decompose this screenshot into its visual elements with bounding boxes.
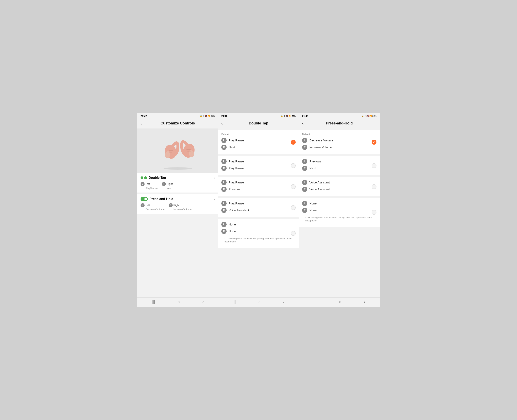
back-button-3[interactable]: ‹ [302, 121, 308, 126]
double-tap-lr-row: L Left Play/Pause R Right Next [140, 182, 215, 190]
option-row-dt-2-l: L Play/Pause [221, 159, 296, 164]
svg-rect-7 [187, 151, 191, 151]
svg-rect-6 [186, 149, 191, 150]
badge-ph-4-r: R [302, 208, 307, 213]
status-time-1: 21:42 [140, 115, 147, 118]
option-card-dt-2[interactable]: L Play/Pause R Play/Pause [218, 156, 299, 175]
radio-dt-2[interactable] [291, 163, 296, 168]
screen3-title: Press-and-Hold [308, 121, 370, 126]
double-tap-left: Double Tap [140, 176, 166, 180]
right-label-dt: Right [167, 182, 173, 186]
status-time-2: 21:42 [221, 115, 228, 118]
radio-dt-4[interactable] [291, 205, 296, 210]
radio-ph-3[interactable] [372, 184, 377, 189]
nav-menu-3[interactable]: ||| [313, 300, 317, 304]
nav-home-1[interactable]: ○ [177, 300, 180, 304]
option-row-dt-2-r: R Play/Pause [221, 166, 296, 171]
badge-ph-1-r: R [302, 145, 307, 150]
radio-dt-3[interactable] [291, 184, 296, 189]
chevron-press-hold: › [214, 197, 215, 201]
press-hold-left: Press-and-Hold [140, 197, 173, 201]
badge-ph-3-l: L [302, 180, 307, 185]
option-row-dt-5-l: L None [221, 222, 296, 227]
left-circle-ph: L [140, 203, 145, 207]
back-button-2[interactable]: ‹ [221, 121, 227, 126]
earbuds-svg [155, 130, 200, 171]
screen2-title: Double Tap [227, 121, 290, 126]
nav-back-2[interactable]: ‹ [283, 300, 285, 304]
screen1-header: ‹ Customize Controls [137, 119, 218, 128]
svg-rect-3 [169, 152, 172, 152]
option-card-dt-1[interactable]: Default L Play/Pause R Next ✓ [218, 130, 299, 154]
nav-back-3[interactable]: ‹ [364, 300, 365, 304]
screen3-press-hold: 21:43 🔒 ✦ 🔇 📶 22% ‹ Press-and-Hold Defau… [299, 113, 380, 307]
double-tap-options: Default L Play/Pause R Next ✓ L Play/Pau… [218, 128, 299, 297]
left-circle-dt: L [140, 182, 145, 186]
option-card-ph-2[interactable]: L Previous R Next [299, 156, 380, 175]
right-action-dt: Next [162, 187, 173, 190]
option-row-dt-4-l: L Play/Pause [221, 201, 296, 206]
right-label-ph: Right [173, 204, 179, 207]
nav-home-2[interactable]: ○ [258, 300, 260, 304]
screen1-title: Customize Controls [147, 121, 209, 126]
footnote-ph: *This setting does not affect the "pairi… [302, 215, 377, 224]
double-tap-header: Double Tap › [140, 176, 215, 180]
status-icons-1: 🔒 ✦ 🔇 📶 22% [200, 115, 215, 117]
bottom-nav-2: ||| ○ ‹ [218, 297, 299, 307]
option-text-ph-1-l: Decrease Volume [309, 139, 377, 142]
option-text-ph-3-r: Voice Assistant [309, 188, 377, 191]
press-hold-options: Default L Decrease Volume R Increase Vol… [299, 128, 380, 297]
badge-ph-2-l: L [302, 159, 307, 164]
radio-ph-2[interactable] [372, 163, 377, 168]
option-text-dt-3-r: Previous [229, 188, 296, 191]
option-text-dt-4-l: Play/Pause [229, 202, 296, 205]
back-button-1[interactable]: ‹ [140, 121, 147, 126]
option-row-dt-3-r: R Previous [221, 187, 296, 192]
screen2-double-tap: 21:42 🔒 ✦ 🔇 📶 22% ‹ Double Tap Default L… [218, 113, 299, 307]
option-card-ph-1[interactable]: Default L Decrease Volume R Increase Vol… [299, 130, 380, 154]
double-tap-right-badge: R Right [162, 182, 173, 186]
radio-ph-4[interactable] [372, 210, 377, 215]
option-text-dt-4-r: Voice Assistant [229, 209, 296, 212]
bottom-nav-3: ||| ○ ‹ [299, 297, 380, 307]
press-hold-header: Press-and-Hold › [140, 197, 215, 201]
nav-menu-1[interactable]: ||| [152, 300, 155, 304]
radio-dt-1[interactable]: ✓ [291, 140, 296, 145]
option-text-dt-3-l: Play/Pause [229, 181, 296, 184]
default-label-ph: Default [302, 133, 377, 136]
option-text-ph-3-l: Voice Assistant [309, 181, 377, 184]
chevron-double-tap: › [214, 176, 215, 180]
option-card-dt-4[interactable]: L Play/Pause R Voice Assistant [218, 198, 299, 217]
double-tap-left-item: L Left Play/Pause [140, 182, 158, 190]
option-card-dt-3[interactable]: L Play/Pause R Previous [218, 177, 299, 196]
double-tap-right-item: R Right Next [162, 182, 173, 190]
badge-ph-4-l: L [302, 201, 307, 206]
option-row-ph-2-l: L Previous [302, 159, 377, 164]
screen3-header: ‹ Press-and-Hold [299, 119, 380, 128]
option-row-dt-1-l: L Play/Pause [221, 138, 296, 143]
option-text-dt-5-r: None [229, 230, 296, 233]
nav-menu-2[interactable]: ||| [233, 300, 236, 304]
status-bar-3: 21:43 🔒 ✦ 🔇 📶 22% [299, 113, 380, 119]
status-icons-3: 🔒 ✦ 🔇 📶 22% [361, 115, 377, 117]
nav-home-3[interactable]: ○ [339, 300, 341, 304]
double-tap-control[interactable]: Double Tap › L Left Play/Pause R [137, 173, 218, 193]
option-row-dt-3-l: L Play/Pause [221, 180, 296, 185]
option-card-ph-4[interactable]: L None R None *This setting does not aff… [299, 198, 380, 227]
option-card-dt-5[interactable]: L None R None *This setting does not aff… [218, 219, 299, 248]
option-text-ph-4-l: None [309, 202, 377, 205]
radio-dt-5[interactable] [291, 231, 296, 236]
press-hold-left-item: L Left Decrease Volume [140, 203, 165, 211]
option-card-ph-3[interactable]: L Voice Assistant R Voice Assistant [299, 177, 380, 196]
badge-dt-5-l: L [221, 222, 227, 227]
bottom-nav-1: ||| ○ ‹ [137, 297, 218, 307]
radio-ph-1[interactable]: ✓ [372, 140, 377, 145]
option-row-dt-1-r: R Next [221, 145, 296, 150]
option-text-dt-2-r: Play/Pause [229, 166, 296, 170]
badge-ph-3-r: R [302, 187, 307, 192]
option-text-dt-2-l: Play/Pause [229, 160, 296, 163]
press-hold-control[interactable]: Press-and-Hold › L Left Decrease Volume [137, 194, 218, 214]
footnote-dt: *This setting does not affect the "pairi… [221, 236, 296, 245]
nav-back-1[interactable]: ‹ [202, 300, 204, 304]
default-label-dt: Default [221, 133, 296, 136]
